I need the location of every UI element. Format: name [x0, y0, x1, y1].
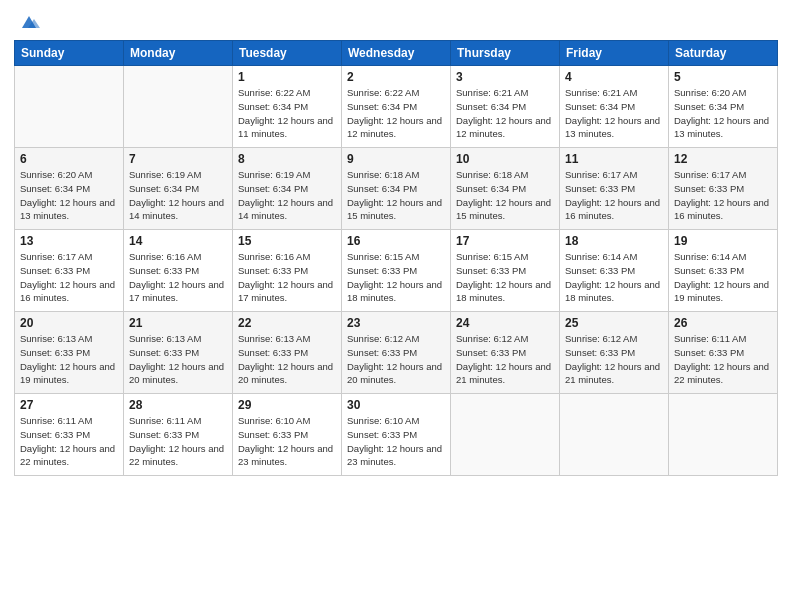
day-number: 14: [129, 234, 227, 248]
day-detail: Sunrise: 6:10 AM Sunset: 6:33 PM Dayligh…: [347, 414, 445, 469]
calendar-cell: 6Sunrise: 6:20 AM Sunset: 6:34 PM Daylig…: [15, 148, 124, 230]
calendar-week-row: 6Sunrise: 6:20 AM Sunset: 6:34 PM Daylig…: [15, 148, 778, 230]
day-detail: Sunrise: 6:12 AM Sunset: 6:33 PM Dayligh…: [456, 332, 554, 387]
calendar-cell: 18Sunrise: 6:14 AM Sunset: 6:33 PM Dayli…: [560, 230, 669, 312]
day-detail: Sunrise: 6:17 AM Sunset: 6:33 PM Dayligh…: [674, 168, 772, 223]
calendar-cell: 15Sunrise: 6:16 AM Sunset: 6:33 PM Dayli…: [233, 230, 342, 312]
day-number: 24: [456, 316, 554, 330]
day-number: 29: [238, 398, 336, 412]
logo: [14, 10, 40, 32]
calendar: SundayMondayTuesdayWednesdayThursdayFrid…: [14, 40, 778, 476]
day-number: 15: [238, 234, 336, 248]
day-number: 23: [347, 316, 445, 330]
day-number: 19: [674, 234, 772, 248]
day-detail: Sunrise: 6:13 AM Sunset: 6:33 PM Dayligh…: [20, 332, 118, 387]
day-detail: Sunrise: 6:19 AM Sunset: 6:34 PM Dayligh…: [238, 168, 336, 223]
day-number: 11: [565, 152, 663, 166]
calendar-cell: 9Sunrise: 6:18 AM Sunset: 6:34 PM Daylig…: [342, 148, 451, 230]
day-detail: Sunrise: 6:13 AM Sunset: 6:33 PM Dayligh…: [238, 332, 336, 387]
day-detail: Sunrise: 6:14 AM Sunset: 6:33 PM Dayligh…: [565, 250, 663, 305]
day-detail: Sunrise: 6:11 AM Sunset: 6:33 PM Dayligh…: [20, 414, 118, 469]
calendar-cell: 29Sunrise: 6:10 AM Sunset: 6:33 PM Dayli…: [233, 394, 342, 476]
day-detail: Sunrise: 6:14 AM Sunset: 6:33 PM Dayligh…: [674, 250, 772, 305]
day-number: 10: [456, 152, 554, 166]
day-number: 25: [565, 316, 663, 330]
calendar-cell: 7Sunrise: 6:19 AM Sunset: 6:34 PM Daylig…: [124, 148, 233, 230]
day-detail: Sunrise: 6:15 AM Sunset: 6:33 PM Dayligh…: [456, 250, 554, 305]
day-detail: Sunrise: 6:18 AM Sunset: 6:34 PM Dayligh…: [347, 168, 445, 223]
calendar-cell: 22Sunrise: 6:13 AM Sunset: 6:33 PM Dayli…: [233, 312, 342, 394]
weekday-header-row: SundayMondayTuesdayWednesdayThursdayFrid…: [15, 41, 778, 66]
calendar-cell: 8Sunrise: 6:19 AM Sunset: 6:34 PM Daylig…: [233, 148, 342, 230]
calendar-cell: 11Sunrise: 6:17 AM Sunset: 6:33 PM Dayli…: [560, 148, 669, 230]
day-number: 21: [129, 316, 227, 330]
calendar-cell: 21Sunrise: 6:13 AM Sunset: 6:33 PM Dayli…: [124, 312, 233, 394]
calendar-cell: 24Sunrise: 6:12 AM Sunset: 6:33 PM Dayli…: [451, 312, 560, 394]
weekday-header-wednesday: Wednesday: [342, 41, 451, 66]
weekday-header-friday: Friday: [560, 41, 669, 66]
weekday-header-saturday: Saturday: [669, 41, 778, 66]
day-detail: Sunrise: 6:12 AM Sunset: 6:33 PM Dayligh…: [347, 332, 445, 387]
header: [14, 10, 778, 32]
weekday-header-tuesday: Tuesday: [233, 41, 342, 66]
calendar-cell: [451, 394, 560, 476]
calendar-cell: 4Sunrise: 6:21 AM Sunset: 6:34 PM Daylig…: [560, 66, 669, 148]
day-number: 12: [674, 152, 772, 166]
day-number: 18: [565, 234, 663, 248]
calendar-cell: [560, 394, 669, 476]
calendar-week-row: 20Sunrise: 6:13 AM Sunset: 6:33 PM Dayli…: [15, 312, 778, 394]
calendar-cell: 12Sunrise: 6:17 AM Sunset: 6:33 PM Dayli…: [669, 148, 778, 230]
weekday-header-monday: Monday: [124, 41, 233, 66]
calendar-cell: 30Sunrise: 6:10 AM Sunset: 6:33 PM Dayli…: [342, 394, 451, 476]
day-number: 4: [565, 70, 663, 84]
calendar-cell: [15, 66, 124, 148]
day-number: 17: [456, 234, 554, 248]
day-number: 6: [20, 152, 118, 166]
calendar-cell: 27Sunrise: 6:11 AM Sunset: 6:33 PM Dayli…: [15, 394, 124, 476]
day-detail: Sunrise: 6:17 AM Sunset: 6:33 PM Dayligh…: [20, 250, 118, 305]
day-number: 3: [456, 70, 554, 84]
calendar-cell: 25Sunrise: 6:12 AM Sunset: 6:33 PM Dayli…: [560, 312, 669, 394]
day-detail: Sunrise: 6:19 AM Sunset: 6:34 PM Dayligh…: [129, 168, 227, 223]
calendar-cell: 3Sunrise: 6:21 AM Sunset: 6:34 PM Daylig…: [451, 66, 560, 148]
day-number: 2: [347, 70, 445, 84]
day-number: 8: [238, 152, 336, 166]
day-number: 27: [20, 398, 118, 412]
day-number: 1: [238, 70, 336, 84]
day-detail: Sunrise: 6:22 AM Sunset: 6:34 PM Dayligh…: [238, 86, 336, 141]
calendar-cell: 23Sunrise: 6:12 AM Sunset: 6:33 PM Dayli…: [342, 312, 451, 394]
calendar-cell: 19Sunrise: 6:14 AM Sunset: 6:33 PM Dayli…: [669, 230, 778, 312]
calendar-cell: 14Sunrise: 6:16 AM Sunset: 6:33 PM Dayli…: [124, 230, 233, 312]
day-detail: Sunrise: 6:13 AM Sunset: 6:33 PM Dayligh…: [129, 332, 227, 387]
calendar-week-row: 1Sunrise: 6:22 AM Sunset: 6:34 PM Daylig…: [15, 66, 778, 148]
day-detail: Sunrise: 6:12 AM Sunset: 6:33 PM Dayligh…: [565, 332, 663, 387]
weekday-header-sunday: Sunday: [15, 41, 124, 66]
day-detail: Sunrise: 6:15 AM Sunset: 6:33 PM Dayligh…: [347, 250, 445, 305]
calendar-cell: 2Sunrise: 6:22 AM Sunset: 6:34 PM Daylig…: [342, 66, 451, 148]
day-detail: Sunrise: 6:20 AM Sunset: 6:34 PM Dayligh…: [674, 86, 772, 141]
calendar-cell: 28Sunrise: 6:11 AM Sunset: 6:33 PM Dayli…: [124, 394, 233, 476]
day-detail: Sunrise: 6:16 AM Sunset: 6:33 PM Dayligh…: [129, 250, 227, 305]
day-detail: Sunrise: 6:16 AM Sunset: 6:33 PM Dayligh…: [238, 250, 336, 305]
calendar-cell: 10Sunrise: 6:18 AM Sunset: 6:34 PM Dayli…: [451, 148, 560, 230]
day-number: 13: [20, 234, 118, 248]
day-number: 7: [129, 152, 227, 166]
day-detail: Sunrise: 6:21 AM Sunset: 6:34 PM Dayligh…: [456, 86, 554, 141]
calendar-cell: 26Sunrise: 6:11 AM Sunset: 6:33 PM Dayli…: [669, 312, 778, 394]
day-detail: Sunrise: 6:20 AM Sunset: 6:34 PM Dayligh…: [20, 168, 118, 223]
day-number: 20: [20, 316, 118, 330]
day-detail: Sunrise: 6:10 AM Sunset: 6:33 PM Dayligh…: [238, 414, 336, 469]
page: SundayMondayTuesdayWednesdayThursdayFrid…: [0, 0, 792, 612]
calendar-cell: 20Sunrise: 6:13 AM Sunset: 6:33 PM Dayli…: [15, 312, 124, 394]
day-detail: Sunrise: 6:11 AM Sunset: 6:33 PM Dayligh…: [129, 414, 227, 469]
day-detail: Sunrise: 6:11 AM Sunset: 6:33 PM Dayligh…: [674, 332, 772, 387]
calendar-cell: 13Sunrise: 6:17 AM Sunset: 6:33 PM Dayli…: [15, 230, 124, 312]
day-detail: Sunrise: 6:22 AM Sunset: 6:34 PM Dayligh…: [347, 86, 445, 141]
day-number: 5: [674, 70, 772, 84]
day-number: 22: [238, 316, 336, 330]
calendar-week-row: 27Sunrise: 6:11 AM Sunset: 6:33 PM Dayli…: [15, 394, 778, 476]
day-number: 30: [347, 398, 445, 412]
calendar-week-row: 13Sunrise: 6:17 AM Sunset: 6:33 PM Dayli…: [15, 230, 778, 312]
day-number: 26: [674, 316, 772, 330]
calendar-cell: 16Sunrise: 6:15 AM Sunset: 6:33 PM Dayli…: [342, 230, 451, 312]
